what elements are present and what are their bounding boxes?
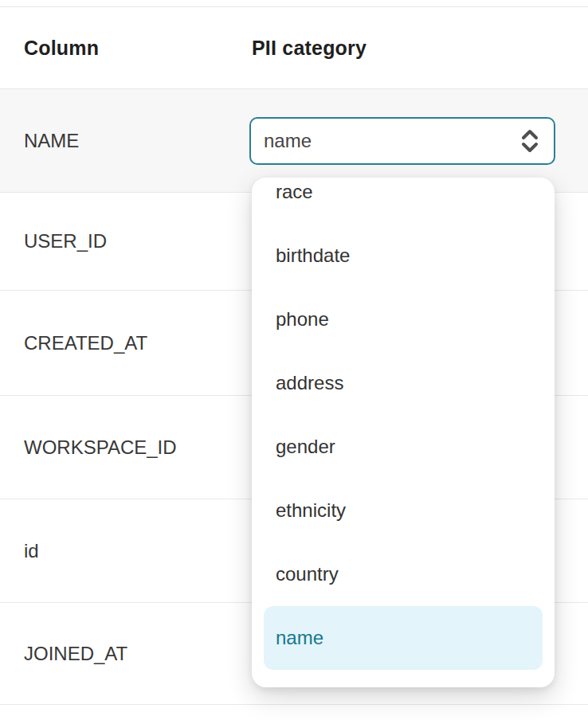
pii-category-select[interactable]: name: [249, 117, 555, 165]
column-header-pii-category: PII category: [249, 37, 588, 60]
row-label: id: [0, 540, 249, 562]
row-label: USER_ID: [0, 230, 249, 252]
dropdown-option-gender[interactable]: gender: [264, 415, 543, 479]
dropdown-option-race[interactable]: race: [264, 178, 543, 224]
chevron-up-down-icon: [520, 129, 539, 153]
row-label: WORKSPACE_ID: [0, 436, 249, 459]
row-label: NAME: [0, 130, 249, 152]
pii-category-mapping-screen: Column PII category NAME name USER_ID CR…: [0, 0, 588, 720]
row-label: CREATED_AT: [0, 332, 249, 354]
pii-category-option-list: race birthdate phone address gender ethn…: [252, 178, 555, 670]
dropdown-option-phone[interactable]: phone: [264, 288, 543, 351]
column-header-column: Column: [0, 37, 249, 60]
top-spacer: [0, 0, 588, 6]
dropdown-option-birthdate[interactable]: birthdate: [264, 224, 543, 288]
pii-category-select-value: name: [264, 130, 312, 152]
dropdown-option-country[interactable]: country: [264, 542, 543, 606]
dropdown-option-name[interactable]: name: [264, 606, 543, 670]
pii-category-dropdown: race birthdate phone address gender ethn…: [252, 178, 555, 687]
dropdown-option-ethnicity[interactable]: ethnicity: [264, 479, 543, 542]
table-header-row: Column PII category: [0, 6, 588, 89]
row-label: JOINED_AT: [0, 643, 249, 665]
dropdown-option-address[interactable]: address: [264, 351, 543, 415]
